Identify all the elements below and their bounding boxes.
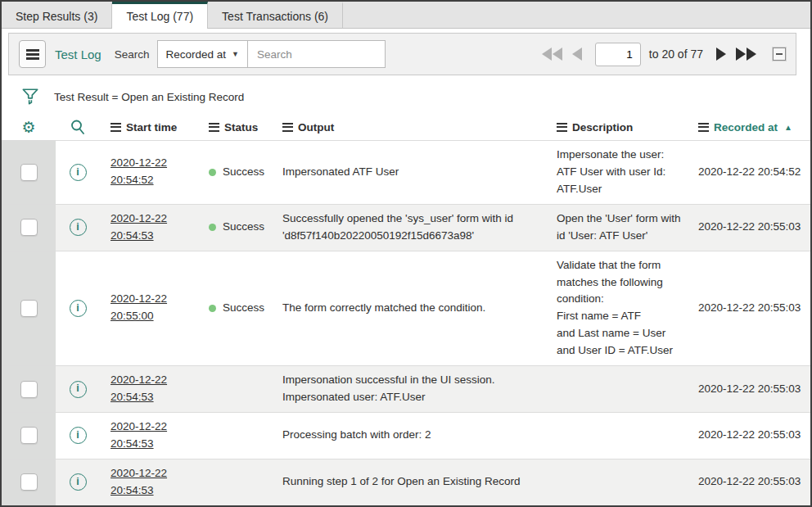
column-header-description[interactable]: Description (552, 121, 693, 134)
output-text: Impersonation successful in the UI sessi… (282, 372, 495, 406)
column-menu-icon (698, 123, 709, 132)
grid-header-row: ⚙ Start time Status Output Description R… (2, 114, 810, 140)
gear-icon[interactable]: ⚙ (21, 120, 35, 135)
status-success-dot (209, 305, 216, 312)
row-checkbox[interactable] (20, 164, 38, 181)
status-label: Success (223, 300, 264, 317)
row-checkbox[interactable] (20, 427, 38, 444)
filter-row: Test Result = Open an Existing Record (2, 79, 810, 114)
column-header-start-time[interactable]: Start time (100, 121, 202, 134)
filter-breadcrumb: Test Result = Open an Existing Record (54, 91, 244, 103)
list-toolbar: Test Log Search Recorded at ▼ to 20 of 7… (8, 33, 796, 75)
grid-body: i 2020-12-22 20:54:52 Success Impersonat… (2, 140, 810, 507)
search-input[interactable] (248, 40, 386, 68)
info-icon[interactable]: i (70, 164, 87, 181)
output-text: Impersonated ATF User (282, 164, 399, 181)
collapse-list-button[interactable] (773, 48, 786, 61)
description-text: Open the 'User' form with id 'User: ATF … (557, 210, 685, 245)
start-time-link[interactable]: 2020-12-22 20:54:53 (111, 372, 202, 406)
output-text: The form correctly matched the condition… (282, 300, 485, 317)
page-number-input[interactable] (595, 43, 641, 66)
arrow-right-icon (716, 48, 726, 61)
info-icon[interactable]: i (70, 381, 87, 398)
info-icon[interactable]: i (70, 427, 87, 444)
chevron-down-icon: ▼ (232, 50, 239, 58)
status-success-dot (209, 224, 216, 231)
start-time-link[interactable]: 2020-12-22 20:55:00 (111, 291, 202, 325)
filter-funnel-icon[interactable] (21, 87, 39, 106)
info-icon[interactable]: i (70, 219, 87, 236)
table-row: i 2020-12-22 20:54:52 Success Impersonat… (2, 140, 810, 204)
hamburger-icon (26, 49, 39, 60)
column-menu-icon (111, 123, 121, 132)
recorded-at-text: 2020-12-22 20:54:52 (698, 164, 801, 181)
output-text: Processing batch with order: 2 (282, 427, 431, 444)
description-text: Impersonate the user: ATF User with user… (557, 147, 685, 198)
search-label: Search (115, 48, 150, 61)
test-log-window: Step Results (3) Test Log (77) Test Tran… (0, 0, 812, 507)
status-success-dot (209, 169, 216, 176)
table-row: i 2020-12-22 20:55:00 Success The form c… (2, 251, 810, 366)
start-time-link[interactable]: 2020-12-22 20:54:53 (111, 210, 202, 245)
search-icon[interactable] (70, 119, 86, 135)
sort-ascending-icon: ▲ (784, 123, 792, 132)
description-text: Validate that the form matches the follo… (557, 257, 685, 360)
table-row: i 2020-12-22 20:54:53 Processing batch w… (2, 412, 810, 459)
output-text: Running step 1 of 2 for Open an Existing… (282, 473, 520, 491)
output-text: Successfully opened the 'sys_user' form … (282, 210, 540, 245)
column-header-recorded-at[interactable]: Recorded at ▲ (693, 121, 810, 134)
arrow-left-icon (572, 48, 582, 61)
list-title: Test Log (55, 48, 102, 61)
search-field-selected: Recorded at (166, 48, 227, 61)
table-row: i 2020-12-22 20:54:53 Success Successful… (2, 204, 810, 251)
header-search-cell (56, 119, 100, 135)
first-page-button[interactable] (537, 48, 567, 61)
column-menu-icon (282, 123, 293, 132)
pagination: to 20 of 77 (537, 43, 786, 66)
status-label: Success (223, 219, 264, 236)
start-time-link[interactable]: 2020-12-22 20:54:53 (111, 419, 202, 453)
start-time-link[interactable]: 2020-12-22 20:54:53 (111, 465, 202, 500)
recorded-at-text: 2020-12-22 20:55:03 (698, 219, 801, 236)
column-header-output[interactable]: Output (280, 121, 552, 134)
search-field-dropdown[interactable]: Recorded at ▼ (157, 40, 248, 68)
column-header-status[interactable]: Status (202, 121, 280, 134)
tab-test-log[interactable]: Test Log (77) (112, 2, 208, 29)
double-arrow-right-icon (736, 48, 746, 61)
info-icon[interactable]: i (70, 300, 87, 317)
column-menu-icon (557, 123, 567, 132)
list-context-menu-button[interactable] (19, 40, 46, 68)
status-label: Success (223, 164, 264, 181)
pagination-range: to 20 of 77 (649, 48, 703, 61)
last-page-button[interactable] (731, 48, 761, 61)
prev-page-button[interactable] (567, 48, 587, 61)
next-page-button[interactable] (711, 48, 731, 61)
tab-step-results[interactable]: Step Results (3) (2, 2, 112, 28)
row-checkbox[interactable] (20, 381, 38, 398)
recorded-at-text: 2020-12-22 20:55:03 (698, 473, 801, 491)
row-checkbox[interactable] (20, 300, 38, 317)
tab-test-transactions[interactable]: Test Transactions (6) (208, 2, 343, 28)
recorded-at-text: 2020-12-22 20:55:03 (698, 381, 801, 398)
row-checkbox[interactable] (20, 473, 38, 491)
double-arrow-left-icon (542, 48, 552, 61)
tab-bar: Step Results (3) Test Log (77) Test Tran… (2, 2, 810, 29)
header-gear-cell: ⚙ (2, 120, 56, 135)
recorded-at-text: 2020-12-22 20:55:03 (698, 427, 801, 444)
info-icon[interactable]: i (70, 473, 87, 491)
table-row: i 2020-12-22 20:54:53 Impersonation succ… (2, 365, 810, 412)
column-menu-icon (209, 123, 219, 132)
row-checkbox[interactable] (20, 219, 38, 236)
start-time-link[interactable]: 2020-12-22 20:54:52 (111, 155, 202, 189)
recorded-at-text: 2020-12-22 20:55:03 (698, 300, 801, 317)
table-row: i 2020-12-22 20:54:53 Running step 1 of … (2, 459, 810, 505)
